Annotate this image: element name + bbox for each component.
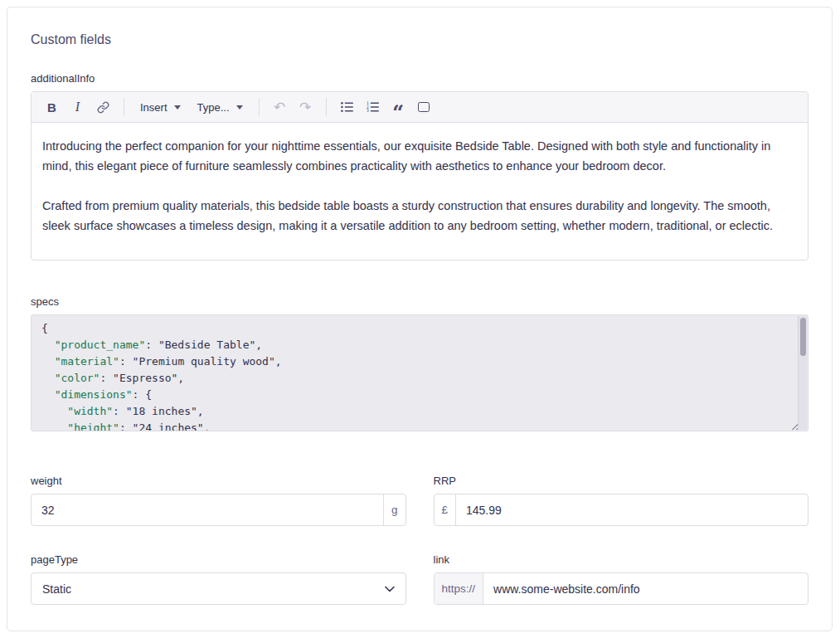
- row-pagetype-link: pageType Static link https://: [31, 553, 808, 605]
- rrp-label: RRP: [434, 475, 809, 487]
- link-icon: [97, 101, 109, 114]
- specs-label: specs: [31, 295, 808, 308]
- link-label: link: [434, 553, 809, 566]
- bold-button[interactable]: B: [40, 95, 64, 119]
- paragraph: Introducing the perfect companion for yo…: [42, 136, 797, 176]
- undo-button[interactable]: ↶: [268, 95, 292, 119]
- toolbar-divider: [124, 98, 124, 116]
- protocol-prefix: https://: [435, 573, 484, 604]
- type-dropdown[interactable]: Type...: [190, 95, 250, 119]
- numbered-list-button[interactable]: 1 2 3: [361, 95, 385, 119]
- scrollbar[interactable]: [798, 316, 807, 430]
- additional-info-label: additionalInfo: [31, 72, 808, 85]
- code-content[interactable]: { "product_name": "Bedside Table", "mate…: [32, 315, 808, 431]
- code-block-icon: [418, 102, 430, 112]
- weight-label: weight: [31, 475, 406, 487]
- link-input-group: https://: [434, 572, 809, 605]
- rte-toolbar: B I Insert Type... ↶: [32, 92, 808, 123]
- code-block-button[interactable]: [412, 95, 436, 119]
- italic-button[interactable]: I: [66, 95, 90, 119]
- field-page-type: pageType Static: [31, 553, 406, 605]
- weight-unit-suffix: g: [383, 494, 405, 525]
- page-type-value: Static: [42, 582, 71, 596]
- specs-code-editor[interactable]: { "product_name": "Bedside Table", "mate…: [31, 314, 808, 431]
- rrp-input[interactable]: [456, 494, 808, 525]
- toolbar-divider: [326, 98, 327, 116]
- currency-prefix: £: [435, 494, 457, 525]
- type-dropdown-label: Type...: [197, 101, 230, 114]
- caret-down-icon: [236, 105, 243, 110]
- undo-icon: ↶: [274, 99, 285, 116]
- page-type-label: pageType: [31, 553, 406, 566]
- field-rrp: RRP £: [434, 475, 809, 526]
- svg-text:3: 3: [367, 109, 369, 113]
- insert-dropdown-label: Insert: [140, 101, 168, 114]
- weight-input[interactable]: [32, 494, 383, 525]
- blockquote-icon: “: [392, 100, 404, 124]
- paragraph: Crafted from premium quality materials, …: [42, 196, 797, 236]
- page-type-select[interactable]: Static: [31, 572, 406, 605]
- row-weight-rrp: weight g RRP £: [31, 475, 808, 526]
- redo-icon: ↷: [299, 99, 311, 116]
- bullet-list-icon: [341, 101, 353, 113]
- scrollbar-thumb[interactable]: [800, 318, 806, 356]
- bullet-list-button[interactable]: [335, 95, 359, 119]
- rich-text-editor: B I Insert Type... ↶: [31, 91, 808, 261]
- blockquote-button[interactable]: “: [386, 95, 410, 119]
- rrp-input-group: £: [434, 494, 809, 526]
- caret-down-icon: [174, 105, 181, 110]
- numbered-list-icon: 1 2 3: [367, 101, 379, 113]
- toolbar-divider: [259, 98, 260, 116]
- field-link: link https://: [434, 553, 809, 605]
- rte-content[interactable]: Introducing the perfect companion for yo…: [32, 123, 808, 260]
- redo-button[interactable]: ↷: [294, 95, 318, 119]
- field-weight: weight g: [31, 475, 406, 526]
- insert-dropdown[interactable]: Insert: [133, 95, 188, 119]
- link-input[interactable]: [483, 573, 808, 604]
- weight-input-group: g: [31, 494, 406, 526]
- chevron-down-icon: [385, 586, 395, 592]
- panel-title: Custom fields: [31, 32, 808, 47]
- field-specs: specs { "product_name": "Bedside Table",…: [31, 295, 808, 431]
- link-button[interactable]: [91, 95, 115, 119]
- field-additional-info: additionalInfo B I Insert Type...: [31, 72, 808, 261]
- custom-fields-panel: Custom fields additionalInfo B I Insert: [7, 7, 833, 631]
